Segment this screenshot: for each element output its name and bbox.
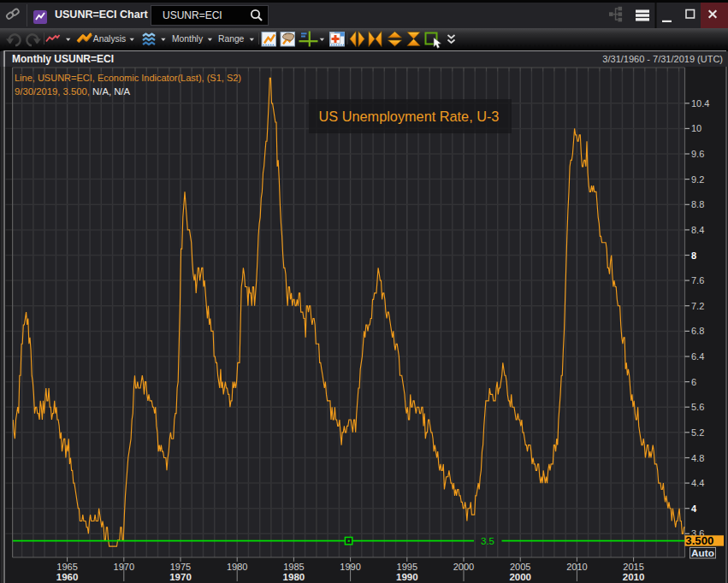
svg-text:8.8: 8.8 [691,199,704,209]
svg-text:5.2: 5.2 [691,427,704,438]
svg-text:Range: Range [218,34,245,44]
svg-text:3.500: 3.500 [685,534,713,547]
svg-text:3.5: 3.5 [481,536,494,546]
svg-text:1990: 1990 [396,572,418,582]
svg-text:1980: 1980 [283,572,305,582]
svg-text:6: 6 [691,377,696,387]
svg-text:Line, USUNR=ECI, Economic Indi: Line, USUNR=ECI, Economic Indicator(Last… [15,73,241,83]
svg-text:1995: 1995 [397,562,417,572]
svg-text:1975: 1975 [170,562,191,572]
svg-text:2010: 2010 [623,572,645,582]
svg-text:2000: 2000 [509,572,531,582]
svg-text:4.4: 4.4 [691,478,704,488]
svg-text:10: 10 [691,123,701,133]
svg-text:9.2: 9.2 [691,174,704,185]
svg-text:Analysis: Analysis [93,34,126,44]
svg-text:10.4: 10.4 [691,98,709,109]
svg-text:9.6: 9.6 [691,149,704,159]
svg-text:7.2: 7.2 [691,301,704,311]
svg-text:2005: 2005 [510,562,530,572]
svg-text:4: 4 [691,504,697,514]
svg-text:1970: 1970 [169,572,192,582]
svg-text:2015: 2015 [623,562,643,572]
svg-text:1985: 1985 [283,562,304,572]
svg-text:8: 8 [691,250,696,261]
svg-text:9/30/2019, 3.500, N/A, N/A: 9/30/2019, 3.500, N/A, N/A [15,86,130,97]
svg-text:8.4: 8.4 [691,225,704,235]
svg-text:4.8: 4.8 [691,453,704,463]
svg-text:1960: 1960 [56,572,79,582]
svg-text:Auto: Auto [691,547,714,559]
svg-text:5.6: 5.6 [691,402,704,412]
svg-text:6.4: 6.4 [691,351,704,362]
svg-text:Monthly: Monthly [172,34,204,44]
svg-text:6.8: 6.8 [691,326,704,336]
svg-text:7.6: 7.6 [691,275,704,286]
svg-text:US Unemployment Rate, U-3: US Unemployment Rate, U-3 [319,109,500,124]
svg-text:1965: 1965 [56,562,77,572]
